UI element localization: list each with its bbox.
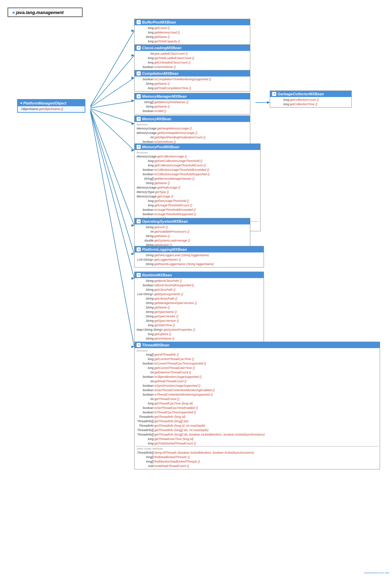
package-title: ◂ java.lang.management: [8, 8, 83, 17]
runtime-icon: ◂: [137, 273, 141, 277]
platform-logging-box: ◂ PlatformLoggingMXBean Stringget/setLog…: [134, 246, 264, 267]
thread-name: ThreadMXBean: [142, 343, 169, 347]
operating-system-box: ◂ OperatingSystemMXBean StringgetArch ()…: [134, 218, 250, 248]
svg-marker-13: [131, 77, 134, 79]
svg-line-9: [90, 112, 134, 347]
memory-name: MemoryMXBean: [142, 117, 171, 121]
package-icon: ◂: [12, 10, 14, 15]
memory-manager-icon: ◂: [137, 94, 141, 98]
pmo-method-0: getObjectName (): [39, 107, 63, 111]
compilation-header: ◂ CompilationMXBean: [135, 70, 250, 77]
garbage-collector-icon: ◂: [272, 92, 276, 96]
thread-other-label: Other Public Methods: [136, 447, 378, 451]
buffer-pool-name: BufferPoolMXBean: [142, 20, 176, 24]
memory-manager-box: ◂ MemoryManagerMXBean String[]getMemoryP…: [134, 93, 250, 114]
buffer-pool-header: ◂ BufferPoolMXBean: [135, 19, 250, 25]
svg-marker-19: [131, 277, 134, 280]
pmo-type-0: ObjectName: [21, 107, 38, 111]
platform-logging-name: PlatformLoggingMXBean: [142, 247, 187, 251]
svg-marker-16: [131, 149, 134, 152]
svg-marker-21: [267, 101, 270, 104]
memory-pool-icon: ◂: [137, 145, 141, 149]
svg-line-3: [90, 101, 134, 108]
platform-logging-icon: ◂: [137, 247, 141, 251]
svg-marker-20: [131, 345, 134, 348]
memory-manager-body: String[]getMemoryPoolNames () StringgetN…: [135, 99, 250, 114]
class-loading-body: intgetLoadedClassCount () longgetTotalLo…: [135, 51, 250, 70]
buffer-pool-icon: ◂: [137, 20, 141, 24]
svg-marker-14: [131, 99, 134, 102]
svg-marker-17: [131, 224, 134, 227]
svg-marker-12: [131, 54, 134, 57]
buffer-pool-box: ◂ BufferPoolMXBean longgetCount () longg…: [134, 19, 250, 45]
thread-box: ◂ ThreadMXBean Accessor long[]getAllThre…: [134, 342, 380, 469]
thread-icon: ◂: [137, 343, 141, 347]
class-loading-box: ◂ ClassLoadingMXBean intgetLoadedClassCo…: [134, 44, 250, 70]
memory-manager-header: ◂ MemoryManagerMXBean: [135, 93, 250, 99]
svg-line-6: [90, 110, 134, 225]
svg-line-4: [90, 109, 134, 124]
runtime-header: ◂ RuntimeMXBean: [135, 272, 264, 278]
memory-pool-name: MemoryPoolMXBean: [142, 145, 179, 149]
platform-logging-header: ◂ PlatformLoggingMXBean: [135, 246, 264, 252]
svg-line-8: [90, 111, 134, 278]
class-loading-icon: ◂: [137, 46, 141, 50]
svg-line-5: [90, 109, 134, 150]
diagram-container: ◂ java.lang.management ◂ PlatformManaged…: [0, 0, 392, 577]
garbage-collector-body: longgetCollectionCount () longgetCollect…: [270, 97, 351, 107]
thread-accessor-label: Accessor: [136, 349, 378, 353]
operating-system-header: ◂ OperatingSystemMXBean: [135, 218, 250, 224]
thread-header: ◂ ThreadMXBean: [135, 342, 380, 348]
garbage-collector-header: ◂ GarbageCollectorMXBean: [270, 91, 351, 97]
thread-body: Accessor long[]getAllThreadIds () longge…: [135, 348, 380, 469]
compilation-name: CompilationMXBean: [142, 71, 179, 75]
platform-logging-body: Stringget/setLoggerLevel (String loggerN…: [135, 252, 264, 267]
operating-system-name: OperatingSystemMXBean: [142, 219, 188, 223]
memory-pool-accessor-label: Accessor: [136, 151, 259, 154]
svg-marker-18: [131, 252, 134, 255]
garbage-collector-box: ◂ GarbageCollectorMXBean longgetCollecti…: [270, 91, 352, 108]
memory-header: ◂ MemoryMXBean: [135, 116, 250, 122]
runtime-body: StringgetBootClassPath () booleanisBootC…: [135, 278, 264, 351]
class-loading-name: ClassLoadingMXBean: [142, 46, 182, 50]
pmo-body: ObjectName getObjectName (): [18, 106, 85, 112]
memory-manager-name: MemoryManagerMXBean: [142, 94, 187, 98]
runtime-box: ◂ RuntimeMXBean StringgetBootClassPath (…: [134, 272, 264, 351]
memory-accessor-label: Accessor: [136, 123, 249, 126]
svg-line-1: [90, 55, 134, 107]
pmo-header: ◂ PlatformManagedObject: [18, 100, 85, 106]
compilation-body: booleanisCompilationTimeMonitoringSuppor…: [135, 77, 250, 91]
svg-line-0: [90, 31, 134, 106]
memory-pool-header: ◂ MemoryPoolMXBean: [135, 144, 260, 150]
platform-managed-object-box: ◂ PlatformManagedObject ObjectName getOb…: [17, 99, 85, 113]
svg-marker-11: [131, 29, 134, 32]
watermark: www.foxtrot.com.site: [364, 571, 389, 574]
pmo-name: PlatformManagedObject: [23, 101, 67, 105]
compilation-icon: ◂: [137, 71, 141, 75]
pmo-row-0: ObjectName getObjectName (): [20, 107, 82, 111]
class-loading-header: ◂ ClassLoadingMXBean: [135, 45, 250, 51]
buffer-pool-body: longgetCount () longgetMemoryUsed () Str…: [135, 25, 250, 44]
garbage-collector-name: GarbageCollectorMXBean: [278, 92, 324, 96]
package-title-text: java.lang.management: [16, 10, 64, 15]
runtime-name: RuntimeMXBean: [142, 273, 172, 277]
operating-system-icon: ◂: [137, 219, 141, 223]
operating-system-body: StringgetArch () intgetAvailableProcesso…: [135, 224, 250, 248]
pmo-icon: ◂: [20, 101, 22, 105]
compilation-box: ◂ CompilationMXBean booleanisCompilation…: [134, 70, 250, 92]
memory-icon: ◂: [137, 117, 141, 121]
svg-line-7: [90, 111, 134, 254]
svg-marker-15: [131, 122, 134, 125]
svg-line-2: [90, 78, 134, 107]
